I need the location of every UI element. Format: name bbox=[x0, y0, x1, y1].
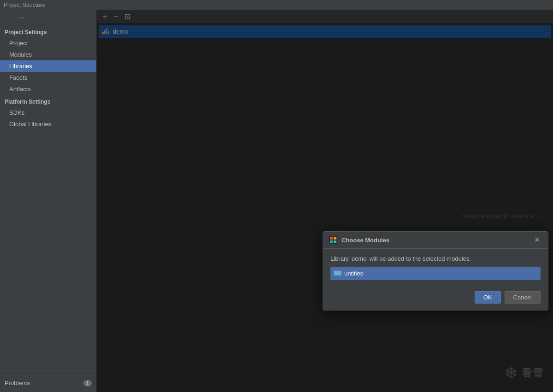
svg-rect-3 bbox=[330, 240, 333, 243]
sidebar-item-libraries[interactable]: Libraries bbox=[0, 60, 96, 72]
ok-button[interactable]: OK bbox=[475, 291, 501, 304]
title-bar-text: Project Structure bbox=[4, 2, 45, 8]
dialog-overlay bbox=[97, 10, 553, 392]
svg-rect-2 bbox=[334, 237, 336, 240]
dialog-app-icon bbox=[329, 235, 338, 245]
dialog-title: Choose Modules bbox=[341, 237, 528, 244]
platform-settings-header: Platform Settings bbox=[0, 95, 96, 107]
module-name: untitled bbox=[344, 270, 364, 277]
main-layout: ← → Project Settings Project Modules Lib… bbox=[0, 10, 553, 392]
sidebar-item-facets[interactable]: Facets bbox=[0, 72, 96, 83]
dialog-titlebar: Choose Modules ✕ bbox=[323, 232, 548, 249]
project-settings-header: Project Settings bbox=[0, 25, 96, 37]
choose-modules-dialog: Choose Modules ✕ Library 'demo' will be … bbox=[323, 231, 548, 310]
dialog-close-button[interactable]: ✕ bbox=[532, 235, 542, 245]
dialog-message: Library 'demo' will be added to the sele… bbox=[330, 255, 541, 262]
svg-rect-5 bbox=[334, 271, 341, 276]
title-bar: Project Structure bbox=[0, 0, 553, 10]
problems-label: Problems bbox=[5, 380, 83, 386]
content-area: + − ⊡ demo bbox=[97, 10, 553, 392]
sidebar-item-artifacts[interactable]: Artifacts bbox=[0, 83, 96, 95]
sidebar-item-global-libraries[interactable]: Global Libraries bbox=[0, 118, 96, 130]
sidebar-bottom: Problems 1 bbox=[0, 374, 96, 392]
sidebar-item-modules[interactable]: Modules bbox=[0, 49, 96, 60]
nav-arrows: ← → bbox=[0, 10, 96, 25]
problems-badge: 1 bbox=[83, 380, 92, 386]
svg-rect-1 bbox=[330, 237, 333, 240]
dialog-body: Library 'demo' will be added to the sele… bbox=[323, 249, 548, 287]
sidebar-item-project[interactable]: Project bbox=[0, 37, 96, 49]
forward-button[interactable]: → bbox=[17, 13, 27, 22]
dialog-footer: OK Cancel bbox=[323, 287, 548, 310]
problems-row[interactable]: Problems 1 bbox=[0, 377, 96, 389]
sidebar-item-sdks[interactable]: SDKs bbox=[0, 107, 96, 118]
module-folder-icon bbox=[334, 269, 341, 277]
sidebar: ← → Project Settings Project Modules Lib… bbox=[0, 10, 97, 392]
svg-rect-4 bbox=[334, 240, 336, 243]
back-button[interactable]: ← bbox=[4, 13, 14, 22]
cancel-button[interactable]: Cancel bbox=[505, 291, 541, 304]
module-item-untitled[interactable]: untitled bbox=[330, 267, 541, 280]
